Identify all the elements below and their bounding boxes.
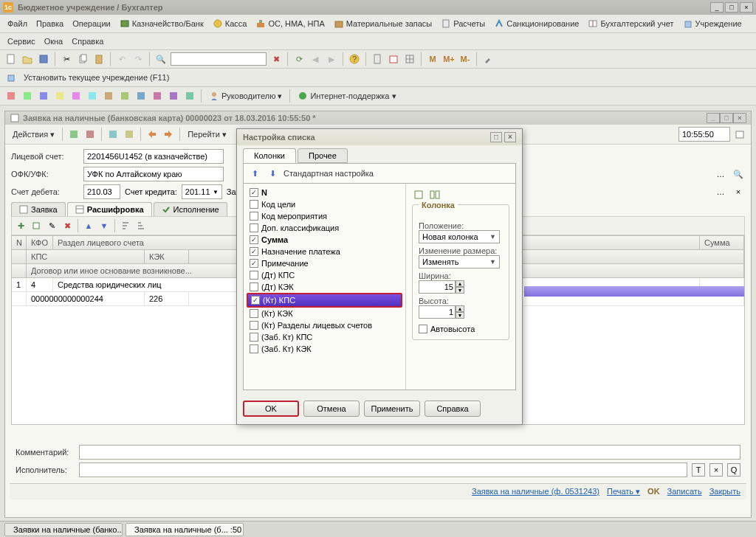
exec-q-icon[interactable]: Q: [727, 463, 740, 477]
set-current-org[interactable]: Установить текущее учреждение (F11): [21, 72, 172, 83]
exec-x-icon[interactable]: ×: [709, 463, 723, 477]
menu-calc[interactable]: Расчеты: [438, 17, 488, 30]
task-tab-1[interactable]: Заявки на наличные (банко...: [4, 523, 123, 536]
column-checkbox[interactable]: [250, 271, 258, 280]
maximize-button[interactable]: □: [725, 2, 738, 13]
clear-search-icon[interactable]: ✖: [269, 52, 283, 66]
tb3-7[interactable]: [102, 89, 115, 103]
column-item[interactable]: N: [247, 187, 402, 198]
paste-icon[interactable]: [92, 52, 106, 66]
ofk-lookup-icon[interactable]: …: [714, 167, 727, 181]
tb3-5[interactable]: [69, 89, 83, 103]
save-link[interactable]: Записать: [667, 487, 702, 496]
grid-del-icon[interactable]: ✖: [61, 219, 74, 232]
goto-menu[interactable]: Перейти ▾: [185, 128, 230, 141]
menu-cash[interactable]: Касса: [210, 17, 250, 30]
form-link[interactable]: Заявка на наличные (ф. 0531243): [472, 487, 599, 496]
dialog-tab-columns[interactable]: Колонки: [243, 148, 296, 163]
ofk-field[interactable]: УФК по Алтайскому краю: [83, 167, 224, 181]
column-checkbox[interactable]: [250, 344, 258, 353]
menu-service[interactable]: Сервис: [4, 35, 38, 47]
tb3-12[interactable]: [183, 89, 196, 103]
dialog-close-button[interactable]: ×: [504, 132, 516, 142]
actions-menu[interactable]: Действия ▾: [10, 128, 58, 141]
comment-field[interactable]: [79, 445, 740, 460]
doc-tb-5[interactable]: [145, 128, 159, 141]
help-icon[interactable]: ?: [348, 52, 361, 66]
width-input[interactable]: 15: [419, 280, 456, 294]
column-item[interactable]: Примечание: [247, 257, 402, 269]
height-down[interactable]: ▼: [456, 312, 464, 319]
doc-tb-2[interactable]: [83, 128, 97, 141]
doc-min-button[interactable]: _: [707, 113, 720, 123]
menu-operations[interactable]: Операции: [69, 18, 113, 30]
doc-time-field[interactable]: 10:55:50: [678, 127, 730, 142]
doc-tb-6[interactable]: [162, 128, 175, 141]
column-item[interactable]: Код мероприятия: [247, 210, 402, 222]
column-item[interactable]: Доп. классификация: [247, 222, 402, 234]
column-checkbox[interactable]: [250, 309, 258, 318]
column-item[interactable]: Код цели: [247, 198, 402, 210]
copy-icon[interactable]: [76, 52, 89, 66]
credit-field[interactable]: 201.11▼: [182, 184, 222, 199]
menu-stock[interactable]: Материальные запасы: [331, 17, 436, 30]
open-icon[interactable]: [21, 52, 34, 66]
menu-edit[interactable]: Правка: [33, 18, 66, 30]
prop-icon-1[interactable]: [412, 188, 425, 201]
undo-icon[interactable]: ↶: [115, 52, 128, 66]
tab-request[interactable]: Заявка: [11, 202, 66, 216]
menu-file[interactable]: Файл: [4, 18, 30, 30]
autoheight-checkbox[interactable]: [419, 325, 427, 333]
nav-fwd-icon[interactable]: ▶: [325, 52, 338, 66]
height-input[interactable]: 1: [419, 305, 456, 319]
debit-field[interactable]: 210.03: [83, 184, 120, 199]
move-up-icon[interactable]: ⬆: [248, 167, 261, 180]
doc-tb-3[interactable]: [106, 128, 120, 141]
leader-menu[interactable]: Руководителю ▾: [206, 89, 285, 103]
ok-button[interactable]: OK: [647, 487, 660, 496]
column-checkbox[interactable]: [250, 333, 258, 342]
tb3-11[interactable]: [167, 89, 180, 103]
tab-detail[interactable]: Расшифровка: [67, 202, 152, 216]
exec-t-icon[interactable]: T: [692, 463, 705, 477]
credit-clear-icon[interactable]: ×: [732, 185, 745, 198]
grid-down-icon[interactable]: ▼: [97, 219, 111, 232]
nav-back-icon[interactable]: ◀: [309, 52, 322, 66]
tab-exec[interactable]: Исполнение: [154, 202, 227, 216]
column-item[interactable]: (Дт) КПС: [247, 269, 402, 281]
width-down[interactable]: ▼: [456, 287, 464, 294]
print-link[interactable]: Печать ▾: [607, 487, 640, 496]
support-menu[interactable]: Интернет-поддержка ▾: [295, 89, 399, 103]
doc-close-button[interactable]: ×: [733, 113, 746, 123]
column-checkbox[interactable]: [250, 283, 258, 291]
calc-icon[interactable]: [371, 52, 384, 66]
calendar-picker-icon[interactable]: [733, 128, 746, 141]
column-checkbox[interactable]: [250, 235, 258, 244]
column-checkbox[interactable]: [251, 296, 260, 305]
grid-icon[interactable]: [403, 52, 416, 66]
column-item[interactable]: Назначение платежа: [247, 246, 402, 257]
tools-icon[interactable]: [481, 52, 495, 66]
task-tab-2[interactable]: Заявка на наличные (б... :50 *: [126, 523, 244, 536]
search-combo[interactable]: [171, 52, 267, 66]
height-up[interactable]: ▲: [456, 305, 464, 312]
col-n[interactable]: N: [12, 236, 27, 249]
menu-sanction[interactable]: Санкционирование: [491, 17, 582, 30]
grid-sort2-icon[interactable]: [134, 219, 148, 232]
col-kfo[interactable]: КФО: [27, 236, 53, 249]
column-checkbox[interactable]: [250, 321, 258, 330]
menu-treasury[interactable]: Казначейство/Банк: [117, 17, 207, 30]
menu-org[interactable]: Учреждение: [680, 17, 745, 30]
tb3-9[interactable]: [134, 89, 148, 103]
tb3-10[interactable]: [151, 89, 164, 103]
redo-icon[interactable]: ↷: [131, 52, 145, 66]
calendar-icon[interactable]: [387, 52, 400, 66]
grid-up-icon[interactable]: ▲: [82, 219, 95, 232]
menu-accounting[interactable]: Бухгалтерский учет: [585, 17, 676, 30]
dialog-tab-other[interactable]: Прочее: [298, 148, 348, 163]
minimize-button[interactable]: _: [710, 2, 724, 13]
column-checkbox[interactable]: [250, 212, 258, 221]
ok-button[interactable]: OK: [243, 401, 299, 417]
m-minus-icon[interactable]: M-: [458, 52, 472, 66]
credit-lookup-icon[interactable]: …: [714, 185, 727, 198]
